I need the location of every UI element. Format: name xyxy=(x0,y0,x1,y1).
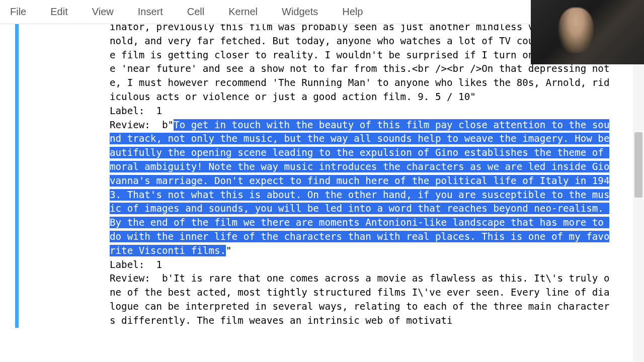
menu-view[interactable]: View xyxy=(92,6,114,18)
review3-body: b'It is rare that one comes across a mov… xyxy=(110,273,609,326)
menu-insert[interactable]: Insert xyxy=(138,6,163,18)
review2-prefix: Review: b" xyxy=(110,119,174,131)
review2-selected-text[interactable]: To get in touch with the beauty of this … xyxy=(110,119,609,256)
label1-prefix: Label: xyxy=(110,105,156,117)
review2-suffix: " xyxy=(226,245,232,256)
menu-edit[interactable]: Edit xyxy=(50,6,67,18)
menu-items: File Edit View Insert Cell Kernel Widget… xyxy=(10,6,363,18)
cell-output[interactable]: inator, previously this film was probabl… xyxy=(110,24,613,328)
menu-kernel[interactable]: Kernel xyxy=(228,6,258,18)
menu-file[interactable]: File xyxy=(10,6,26,18)
code-cell[interactable]: inator, previously this film was probabl… xyxy=(0,24,633,328)
vertical-scrollbar[interactable] xyxy=(633,24,644,362)
scroll-thumb[interactable] xyxy=(634,132,642,198)
notebook-area[interactable]: inator, previously this film was probabl… xyxy=(0,24,633,362)
webcam-overlay xyxy=(531,0,644,64)
menu-widgets[interactable]: Widgets xyxy=(282,6,318,18)
review3-prefix: Review: xyxy=(110,273,162,284)
menu-help[interactable]: Help xyxy=(342,6,363,18)
label2-prefix: Label: xyxy=(110,259,156,270)
label1-value: 1 xyxy=(156,105,162,117)
menu-cell[interactable]: Cell xyxy=(187,6,204,18)
label2-value: 1 xyxy=(156,259,162,270)
cell-selection-bar xyxy=(15,24,19,328)
